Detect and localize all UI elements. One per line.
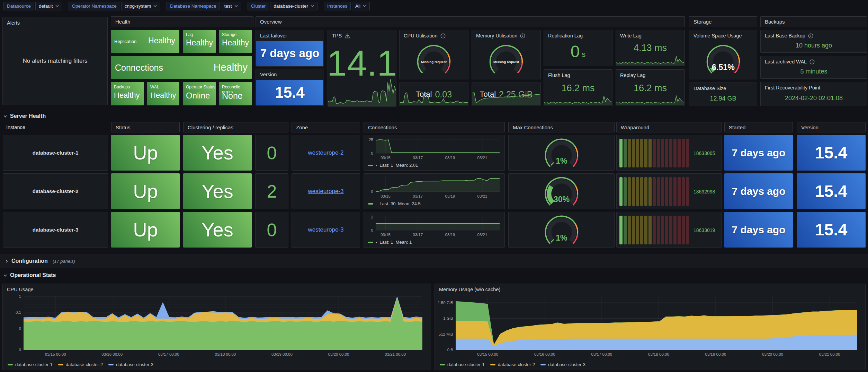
health-row-header[interactable]: Health [111,16,253,27]
legend-label[interactable]: database-cluster-1 [15,362,53,367]
cpu-usage-chart: 10.10003/15 00:0003/16 00:0003/17 00:000… [6,294,428,360]
panel-title[interactable]: Replay Lag [620,72,645,78]
variable-datasource: Datasource default [3,2,62,10]
connections-cell: 003/1503/1703/1903/21 - Last: 30 Mean: 2… [364,173,505,209]
column-header-wraparound: Wraparound [616,122,722,132]
first-recoverability-value: 2024-02-20 02:01:08 [761,93,867,103]
svg-text:03/19: 03/19 [445,233,455,237]
zone-link[interactable]: westeurope-3 [308,226,343,233]
legend-label[interactable]: database-cluster-1 [447,362,485,367]
tile-value: Healthy [186,38,213,47]
svg-text:1.50 GiB: 1.50 GiB [438,301,453,305]
connections-cell: 2003/1503/1703/1903/21 - Last: 1 Mean: 1 [364,212,505,248]
operational-stats-section-header[interactable]: Operational Stats [3,272,56,278]
tile-label: Connections [115,63,163,73]
svg-text:512 MiB: 512 MiB [439,332,454,336]
legend-swatch [8,364,13,365]
tile-value: Healthy [114,91,140,100]
panel-title[interactable]: First Recoverability Point [765,85,820,90]
backups-row-header[interactable]: Backups [760,16,867,27]
clustering-tile: Yes [183,212,252,248]
svg-text:03/15: 03/15 [381,233,391,237]
legend-label[interactable]: database-cluster-2 [66,362,103,367]
variable-value-dropdown[interactable]: cnpg-system [121,2,161,10]
legend-label[interactable]: database-cluster-3 [116,362,153,367]
clustering-tile: Yes [183,135,252,171]
svg-text:03/19: 03/19 [445,156,455,160]
legend-label[interactable]: database-cluster-2 [498,362,535,367]
wraparound-cell: 18632998 [616,173,722,209]
tps-panel: TPS 14.1 [328,30,396,107]
health-replication-tile: Replication Healthy [111,30,179,53]
panel-title[interactable]: Memory Usage (w/o cache) [439,287,500,292]
legend-swatch [490,364,495,365]
health-wal-tile: WAL Healthy [147,82,179,105]
server-health-section-header[interactable]: Server Health [3,113,46,119]
legend-label[interactable]: database-cluster-3 [548,362,585,367]
svg-text:0.1: 0.1 [16,310,21,314]
wraparound-led-gauge [619,216,690,244]
tile-label: Lag [186,32,193,37]
column-header-max-connections: Max Connections [508,122,615,132]
storage-row-header[interactable]: Storage [689,16,757,27]
svg-text:03/17: 03/17 [413,233,423,237]
svg-text:03/17: 03/17 [413,194,423,198]
legend-swatch [440,364,445,365]
health-storage-tile: Storage Healthy [219,30,252,53]
panel-title[interactable]: Flush Lag [548,72,570,78]
variable-value-dropdown[interactable]: All [352,2,370,10]
status-tile: Up [111,173,180,209]
variable-value-dropdown[interactable]: database-cluster [270,2,317,10]
wraparound-value: 18632998 [693,189,715,194]
cpu-total-value: 0.03 [435,89,452,100]
version-tile: 15.4 [797,135,866,171]
svg-text:1 GiB: 1 GiB [443,316,453,320]
configuration-section-header[interactable]: Configuration (17 panels) [5,258,75,264]
legend-swatch [108,364,114,365]
svg-text:03/17 00:00: 03/17 00:00 [158,352,179,356]
legend-swatch [368,165,373,166]
svg-text:1: 1 [19,294,21,299]
tile-value: None [222,91,243,101]
max-connections-gauge: 1% [508,212,615,248]
memory-total-panel: Total 2.25 GiB [472,83,541,106]
panel-title[interactable]: Version [260,72,277,77]
variable-cluster: Cluster database-cluster [248,2,318,10]
grafana-dashboard: Datasource default Operator Namespace cn… [0,0,868,372]
zone-link[interactable]: westeurope-3 [308,188,343,195]
variable-value-dropdown[interactable]: default [35,2,62,10]
legend-swatch [368,203,373,205]
svg-text:03/20 00:00: 03/20 00:00 [762,352,783,356]
svg-text:2: 2 [371,215,373,219]
svg-text:03/21 00:00: 03/21 00:00 [385,352,406,356]
tile-label: WAL [150,85,159,89]
svg-text:03/16 00:00: 03/16 00:00 [101,352,123,356]
panel-title[interactable]: Volume Space Usage [693,33,742,38]
panel-title[interactable]: Last failover [260,33,287,38]
legend-swatch [540,364,546,365]
svg-text:03/17 00:00: 03/17 00:00 [591,352,612,356]
panel-title: TPS [332,33,342,38]
alerts-panel: Alerts No alerts matching filters [2,17,108,105]
health-lag-tile: Lag Healthy [183,30,216,53]
svg-text:25: 25 [369,138,373,142]
panel-title[interactable]: Write Lag [620,33,642,38]
instance-cell: database-cluster-1 [3,135,108,171]
info-icon [809,59,815,64]
svg-text:03/21 00:00: 03/21 00:00 [819,352,840,356]
chevron-down-icon [3,274,7,277]
variable-value-dropdown[interactable]: test [221,2,241,10]
tile-value: Healthy [148,36,175,45]
column-header-started: Started [724,122,793,132]
database-size-value: 12.94 GB [689,93,757,104]
svg-text:03/18 00:00: 03/18 00:00 [648,352,669,356]
tile-label: Replication [114,39,136,44]
chevron-down-icon [234,5,238,7]
overview-row-header[interactable]: Overview [256,16,685,27]
warning-icon [344,33,350,38]
zone-link[interactable]: westeurope-2 [308,149,343,156]
configuration-section-bar [0,254,868,268]
panel-title[interactable]: CPU Usage [7,287,34,292]
panel-title[interactable]: Database Size [693,86,726,91]
svg-text:03/21: 03/21 [477,156,487,160]
